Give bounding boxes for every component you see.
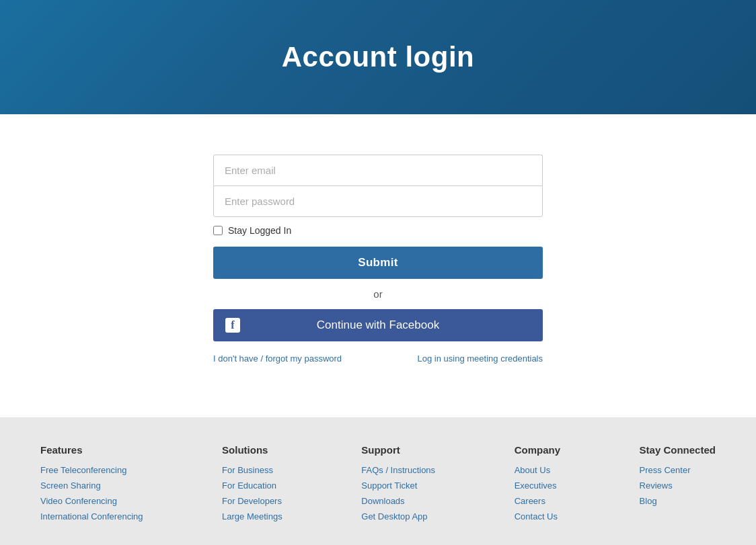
links-row: I don't have / forgot my password Log in… [213,353,543,364]
footer-column-heading: Company [515,444,560,456]
list-item: Large Meetings [222,510,282,522]
page-header: Account login [0,0,756,114]
list-item: Video Conferencing [40,495,143,507]
submit-button[interactable]: Submit [213,247,543,279]
forgot-password-link[interactable]: I don't have / forgot my password [213,353,342,364]
list-item: Free Teleconferencing [40,464,143,476]
facebook-icon: f [225,318,240,333]
list-item: International Conferencing [40,510,143,522]
footer-column-heading: Features [40,444,143,456]
facebook-login-button[interactable]: f Continue with Facebook [213,309,543,341]
footer-link[interactable]: Executives [515,480,557,491]
list-item: Screen Sharing [40,479,143,491]
stay-logged-in-wrapper: Stay Logged In [213,225,543,236]
footer-link[interactable]: International Conferencing [40,511,143,521]
footer-link[interactable]: Blog [640,496,657,506]
page-title: Account login [282,41,474,73]
main-content: Stay Logged In Submit or f Continue with… [0,114,756,417]
list-item: For Business [222,464,282,476]
footer-link[interactable]: Reviews [640,480,673,491]
footer-link[interactable]: Video Conferencing [40,496,117,506]
footer-link[interactable]: For Education [222,480,276,491]
footer-link[interactable]: Contact Us [515,511,558,521]
list-item: Careers [515,495,560,507]
footer-link[interactable]: FAQs / Instructions [361,465,435,475]
list-item: About Us [515,464,560,476]
footer-link[interactable]: For Business [222,465,273,475]
password-input[interactable] [213,185,543,217]
list-item: Blog [640,495,716,507]
page-footer: FeaturesFree TeleconferencingScreen Shar… [0,417,756,545]
email-input[interactable] [213,155,543,185]
footer-column-heading: Solutions [222,444,282,456]
list-item: Downloads [361,495,435,507]
footer-column: SolutionsFor BusinessFor EducationFor De… [222,444,282,526]
list-item: Reviews [640,479,716,491]
login-form: Stay Logged In Submit or f Continue with… [213,155,543,364]
footer-link[interactable]: Support Ticket [361,480,417,491]
footer-column: SupportFAQs / InstructionsSupport Ticket… [361,444,435,526]
list-item: For Education [222,479,282,491]
stay-logged-in-label: Stay Logged In [228,225,291,236]
meeting-credentials-link[interactable]: Log in using meeting credentials [418,353,543,364]
footer-link[interactable]: Press Center [640,465,691,475]
list-item: FAQs / Instructions [361,464,435,476]
or-divider: or [213,288,543,300]
stay-logged-in-checkbox[interactable] [213,226,223,235]
list-item: Support Ticket [361,479,435,491]
footer-column-heading: Stay Connected [640,444,716,456]
footer-link[interactable]: Get Desktop App [361,511,427,521]
list-item: Press Center [640,464,716,476]
list-item: Contact Us [515,510,560,522]
list-item: For Developers [222,495,282,507]
footer-link[interactable]: Large Meetings [222,511,282,521]
footer-columns: FeaturesFree TeleconferencingScreen Shar… [40,444,716,526]
footer-column: FeaturesFree TeleconferencingScreen Shar… [40,444,143,526]
footer-link[interactable]: Careers [515,496,545,506]
list-item: Executives [515,479,560,491]
list-item: Get Desktop App [361,510,435,522]
footer-column: CompanyAbout UsExecutivesCareersContact … [515,444,560,526]
footer-column: Stay ConnectedPress CenterReviewsBlog [640,444,716,526]
footer-link[interactable]: Downloads [361,496,404,506]
footer-link[interactable]: For Developers [222,496,282,506]
facebook-button-label: Continue with Facebook [317,319,439,332]
footer-link[interactable]: Free Teleconferencing [40,465,126,475]
facebook-icon-wrapper: f [225,318,240,333]
footer-link[interactable]: Screen Sharing [40,480,101,491]
footer-column-heading: Support [361,444,435,456]
footer-link[interactable]: About Us [515,465,550,475]
